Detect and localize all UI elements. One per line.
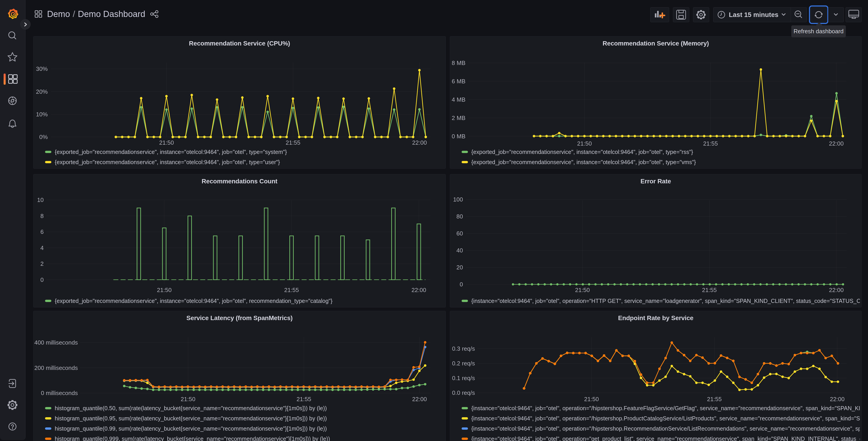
svg-text:22:00: 22:00: [829, 140, 843, 147]
svg-text:400 milliseconds: 400 milliseconds: [34, 339, 78, 346]
svg-text:0.0 req/s: 0.0 req/s: [452, 389, 475, 396]
svg-text:0.1 req/s: 0.1 req/s: [452, 375, 475, 381]
svg-text:0: 0: [40, 276, 44, 283]
svg-text:100: 100: [453, 196, 463, 203]
svg-text:0.3 req/s: 0.3 req/s: [452, 345, 475, 352]
svg-text:6 MB: 6 MB: [452, 78, 465, 85]
svg-text:4: 4: [40, 244, 44, 251]
svg-text:21:50: 21:50: [159, 139, 174, 146]
svg-text:4 MB: 4 MB: [452, 96, 465, 103]
svg-text:10: 10: [37, 197, 44, 203]
svg-text:22:00: 22:00: [411, 287, 426, 293]
svg-text:0%: 0%: [39, 134, 48, 140]
svg-text:2: 2: [40, 260, 44, 267]
svg-text:30%: 30%: [36, 65, 48, 72]
svg-text:8 MB: 8 MB: [452, 60, 465, 66]
svg-text:6: 6: [40, 229, 44, 235]
svg-text:21:55: 21:55: [297, 396, 311, 403]
svg-text:21:55: 21:55: [703, 140, 718, 147]
svg-text:21:50: 21:50: [181, 396, 195, 403]
svg-text:21:55: 21:55: [702, 287, 717, 293]
svg-text:0.2 req/s: 0.2 req/s: [452, 360, 475, 367]
svg-text:60: 60: [456, 230, 463, 237]
svg-text:22:00: 22:00: [829, 287, 843, 293]
svg-text:21:50: 21:50: [575, 287, 590, 293]
svg-text:21:50: 21:50: [577, 140, 592, 147]
svg-text:22:00: 22:00: [412, 396, 427, 403]
svg-text:0 MB: 0 MB: [452, 133, 465, 140]
svg-text:10%: 10%: [36, 111, 48, 118]
svg-text:21:55: 21:55: [285, 139, 300, 146]
svg-text:21:50: 21:50: [584, 396, 599, 403]
svg-text:20: 20: [456, 264, 463, 271]
svg-text:22:00: 22:00: [412, 139, 427, 146]
svg-text:80: 80: [456, 213, 463, 220]
svg-text:8: 8: [40, 212, 44, 219]
svg-text:20%: 20%: [36, 88, 48, 95]
svg-text:40: 40: [456, 247, 463, 254]
svg-text:0 milliseconds: 0 milliseconds: [41, 390, 78, 396]
svg-text:21:55: 21:55: [284, 287, 299, 293]
svg-text:21:50: 21:50: [157, 287, 172, 293]
svg-text:21:55: 21:55: [707, 396, 722, 403]
svg-text:0: 0: [460, 281, 463, 288]
svg-text:200 milliseconds: 200 milliseconds: [34, 364, 78, 371]
svg-text:2 MB: 2 MB: [452, 115, 465, 121]
svg-text:22:00: 22:00: [830, 396, 844, 403]
